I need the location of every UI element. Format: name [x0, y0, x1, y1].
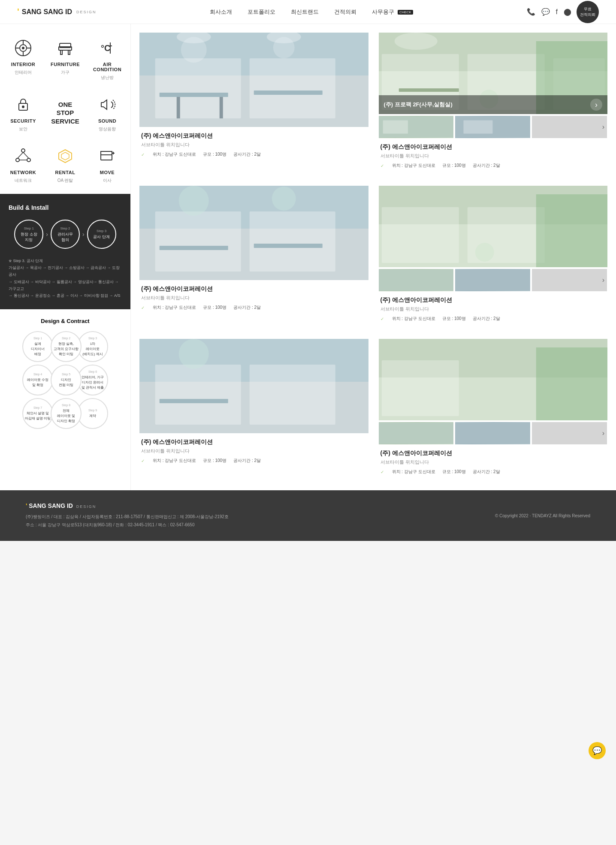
duration-2: 공사기간 : 2달 — [473, 163, 500, 169]
location-6: 위치 : 강남구 도신대로 — [392, 469, 435, 475]
portfolio-arrow-2[interactable]: › — [590, 99, 602, 111]
thumb-2-3[interactable]: › — [532, 116, 607, 138]
svg-point-43 — [394, 33, 437, 50]
thumb-arrow-6[interactable]: › — [602, 429, 604, 437]
location-3: 위치 : 강남구 도신대로 — [153, 305, 196, 311]
build-step-2: Step 2 관리사무 협의 — [51, 220, 80, 249]
thumb-4-2[interactable] — [455, 269, 530, 291]
service-sound[interactable]: SOUND 영상음향 — [88, 89, 126, 136]
portfolio-title-6: (주) 에스앤아이코퍼레이션 — [380, 450, 606, 457]
portfolio-item-6[interactable]: › (주) 에스앤아이코퍼레이션 서브타이틀 위치입니다 ✓ 위치 : 강남구 … — [379, 339, 608, 482]
service-network[interactable]: NETWORK 네트워크 — [4, 141, 42, 188]
move-label-kr: 이사 — [103, 178, 112, 184]
nav-office[interactable]: 사무용구 CHECK — [372, 8, 413, 16]
portfolio-title-1: (주) 에스앤아이코퍼레이션 — [141, 132, 367, 140]
thumb-6-2[interactable] — [455, 422, 530, 444]
thumb-arrow-2[interactable]: › — [602, 123, 604, 131]
svg-point-64 — [475, 243, 494, 262]
check-icon-4: ✓ — [380, 317, 384, 321]
build-title: Build & Install — [9, 204, 122, 211]
thumb-2-2[interactable] — [455, 116, 530, 138]
service-aircon[interactable]: °C AIR CONDITION 냉난방 — [88, 33, 126, 85]
svg-rect-53 — [155, 211, 241, 272]
thumb-4-3[interactable]: › — [532, 269, 607, 291]
logo[interactable]: ' SANG SANG ID DESIGN — [17, 7, 97, 17]
svg-rect-28 — [155, 58, 241, 118]
step-arrow-1: › — [46, 231, 48, 238]
check-icon-6: ✓ — [380, 470, 384, 474]
check-badge: CHECK — [398, 10, 413, 15]
portfolio-item-2[interactable]: (주) 프로팩 2F(사무,실험실) › › — [379, 33, 608, 175]
svg-rect-33 — [254, 91, 323, 95]
design-step-9: Step 9 계약 — [77, 398, 108, 429]
nav-about[interactable]: 회사소개 — [210, 8, 232, 16]
build-note: ※ Step 3. 공사 단계 가설공사 → 목공사 → 전기공사 → 소방공사… — [9, 257, 122, 299]
thumb-6-3[interactable]: › — [532, 422, 607, 444]
portfolio-item-1[interactable]: (주) 에스앤아이코퍼레이션 서브타이틀 위치입니다 ✓ 위치 : 강남구 도신… — [139, 33, 368, 175]
rental-label-kr: OA 렌탈 — [57, 178, 73, 184]
svg-rect-78 — [455, 422, 530, 444]
svg-point-71 — [179, 339, 209, 369]
service-security[interactable]: SECURITY 보안 — [4, 89, 42, 136]
design-step-4: Step 4 레이아웃 수정 및 확정 — [22, 365, 53, 395]
svg-rect-23 — [101, 151, 112, 155]
logo-accent: ' — [17, 7, 19, 17]
svg-rect-58 — [254, 244, 323, 248]
svg-line-20 — [23, 152, 29, 158]
rental-label-en: RENTAL — [55, 170, 75, 175]
thumb-4-1[interactable] — [379, 269, 454, 291]
design-step-6: Step 6 인테리어, 가구 디자인 완려서 및 관적서 제출 — [77, 365, 108, 395]
security-label-kr: 보안 — [19, 126, 27, 132]
nav-trends[interactable]: 최신트랜드 — [291, 8, 319, 16]
nav-portfolio[interactable]: 포트폴리오 — [248, 8, 275, 16]
service-interior[interactable]: INTERIOR 인테리어 — [4, 33, 42, 85]
service-onestop[interactable]: ONESTOPSERVICE — [46, 89, 84, 136]
size-2: 규모 : 100명 — [442, 163, 466, 169]
portfolio-item-3[interactable]: (주) 에스앤아이코퍼레이션 서브타이틀 위치입니다 ✓ 위치 : 강남구 도신… — [139, 186, 368, 329]
sound-label-en: SOUND — [98, 118, 116, 124]
size-1: 규모 : 100명 — [203, 151, 226, 157]
svg-rect-32 — [160, 93, 228, 97]
duration-1: 공사기간 : 2달 — [233, 151, 261, 157]
check-icon-2: ✓ — [380, 163, 384, 168]
svg-rect-45 — [399, 88, 459, 92]
service-furniture[interactable]: FURNITURE 가구 — [46, 33, 84, 85]
facebook-icon[interactable]: f — [556, 8, 558, 16]
svg-line-19 — [18, 152, 23, 158]
svg-rect-54 — [250, 211, 335, 272]
onestop-text: ONESTOPSERVICE — [51, 100, 79, 126]
move-label-en: MOVE — [100, 170, 115, 175]
security-label-en: SECURITY — [10, 118, 36, 124]
service-move[interactable]: MOVE 이사 — [88, 141, 126, 188]
thumb-2-1[interactable] — [379, 116, 454, 138]
svg-text:°C: °C — [101, 43, 110, 53]
phone-icon[interactable]: 📞 — [527, 8, 535, 16]
portfolio-image-3 — [139, 186, 368, 280]
rental-icon — [54, 145, 76, 167]
thumb-arrow-4[interactable]: › — [602, 276, 604, 284]
service-rental[interactable]: RENTAL OA 렌탈 — [46, 141, 84, 188]
network-label-en: NETWORK — [10, 170, 36, 175]
aircon-label-kr: 냉난방 — [101, 75, 114, 81]
portfolio-item-4[interactable]: › (주) 에스앤아이코퍼레이션 서브타이틀 위치입니다 ✓ 위치 : 강남구 … — [379, 186, 608, 329]
aircon-label-en: AIR CONDITION — [91, 62, 124, 72]
design-step-2: Step 2 현장 실측, 고객의 요구사항 확인 미팅 — [51, 331, 82, 362]
build-steps: Step 1 현장 소장 지정 › Step 2 관리사무 협의 › Step … — [9, 220, 122, 249]
portfolio-image-5 — [139, 339, 368, 433]
design-step-1: Step 1 설계 디자이너 배정 — [22, 331, 53, 362]
build-step-1: Step 1 현장 소장 지정 — [14, 220, 43, 249]
thumb-6-1[interactable] — [379, 422, 454, 444]
nav-consult[interactable]: 건적의뢰 — [334, 8, 356, 16]
svg-rect-70 — [250, 365, 335, 425]
instagram-icon[interactable]: ⬤ — [564, 8, 571, 16]
size-6: 규모 : 100명 — [442, 469, 466, 475]
consult-button[interactable]: 무료 건적의뢰 — [577, 1, 599, 23]
portfolio-info-4: (주) 에스앤아이코퍼레이션 서브타이틀 위치입니다 ✓ 위치 : 강남구 도신… — [379, 291, 608, 329]
portfolio-item-5[interactable]: (주) 에스앤아이코퍼레이션 서브타이틀 위치입니다 ✓ 위치 : 강남구 도신… — [139, 339, 368, 482]
svg-rect-8 — [60, 50, 62, 54]
footer: ' SANG SANG ID DESIGN (주)쌩씽이즈 / 대표 : 김삼육… — [0, 490, 616, 541]
chat-icon[interactable]: 💬 — [541, 8, 550, 16]
sound-icon — [96, 94, 118, 116]
move-icon — [96, 145, 118, 167]
footer-logo: ' SANG SANG ID DESIGN — [26, 502, 229, 509]
